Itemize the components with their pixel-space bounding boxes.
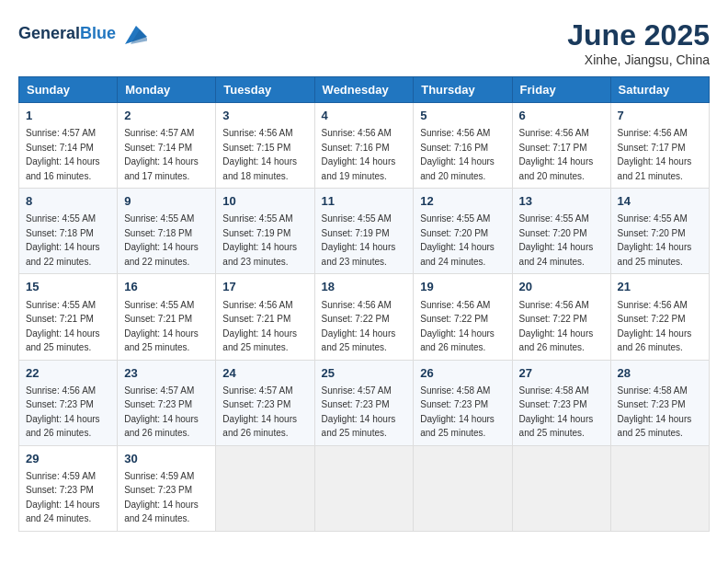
day-info: Sunrise: 4:59 AMSunset: 7:23 PMDaylight:…	[26, 471, 100, 524]
month-title: June 2025	[567, 18, 710, 52]
day-info: Sunrise: 4:57 AMSunset: 7:23 PMDaylight:…	[222, 385, 297, 439]
calendar-day-cell: 9 Sunrise: 4:55 AMSunset: 7:18 PMDayligh…	[118, 189, 216, 274]
day-info: Sunrise: 4:55 AMSunset: 7:21 PMDaylight:…	[124, 300, 199, 353]
day-number: 3	[222, 108, 307, 124]
day-info: Sunrise: 4:56 AMSunset: 7:21 PMDaylight:…	[222, 300, 297, 353]
calendar-header-wednesday: Wednesday	[314, 77, 414, 103]
day-info: Sunrise: 4:57 AMSunset: 7:14 PMDaylight:…	[26, 128, 100, 181]
location-title: Xinhe, Jiangsu, China	[567, 52, 710, 67]
day-info: Sunrise: 4:56 AMSunset: 7:22 PMDaylight:…	[322, 300, 396, 353]
logo-blue-text: Blue	[80, 24, 116, 42]
calendar-day-cell: 2 Sunrise: 4:57 AMSunset: 7:14 PMDayligh…	[118, 103, 216, 189]
day-number: 1	[26, 108, 110, 124]
calendar-day-cell: 3 Sunrise: 4:56 AMSunset: 7:15 PMDayligh…	[216, 103, 314, 189]
day-number: 30	[124, 451, 209, 467]
day-number: 13	[519, 193, 604, 210]
day-number: 24	[222, 365, 307, 382]
day-info: Sunrise: 4:55 AMSunset: 7:20 PMDaylight:…	[618, 213, 692, 267]
day-number: 18	[322, 279, 407, 295]
day-info: Sunrise: 4:58 AMSunset: 7:23 PMDaylight:…	[618, 385, 692, 439]
calendar-day-cell	[216, 445, 314, 531]
day-number: 7	[618, 108, 702, 124]
calendar-day-cell: 17 Sunrise: 4:56 AMSunset: 7:21 PMDaylig…	[216, 274, 314, 360]
calendar-header-row: SundayMondayTuesdayWednesdayThursdayFrid…	[19, 77, 710, 103]
day-number: 10	[222, 193, 307, 210]
calendar-day-cell: 7 Sunrise: 4:56 AMSunset: 7:17 PMDayligh…	[610, 103, 709, 189]
day-number: 20	[519, 279, 604, 295]
calendar-day-cell	[414, 445, 512, 531]
day-info: Sunrise: 4:55 AMSunset: 7:21 PMDaylight:…	[26, 300, 100, 353]
day-number: 26	[420, 365, 505, 382]
calendar-header-tuesday: Tuesday	[216, 77, 314, 103]
day-info: Sunrise: 4:56 AMSunset: 7:22 PMDaylight:…	[618, 300, 692, 353]
day-info: Sunrise: 4:55 AMSunset: 7:18 PMDaylight:…	[26, 213, 100, 267]
day-info: Sunrise: 4:56 AMSunset: 7:16 PMDaylight:…	[420, 128, 495, 181]
day-number: 25	[322, 365, 407, 382]
calendar-week-row: 29 Sunrise: 4:59 AMSunset: 7:23 PMDaylig…	[19, 445, 710, 531]
day-number: 22	[26, 365, 110, 382]
day-number: 9	[124, 193, 209, 210]
calendar-day-cell: 29 Sunrise: 4:59 AMSunset: 7:23 PMDaylig…	[19, 445, 118, 531]
calendar-day-cell: 13 Sunrise: 4:55 AMSunset: 7:20 PMDaylig…	[512, 189, 610, 274]
calendar-day-cell: 14 Sunrise: 4:55 AMSunset: 7:20 PMDaylig…	[610, 189, 709, 274]
calendar-header-monday: Monday	[118, 77, 216, 103]
logo-general-text: General	[18, 24, 80, 42]
day-info: Sunrise: 4:58 AMSunset: 7:23 PMDaylight:…	[519, 385, 594, 439]
calendar-table: SundayMondayTuesdayWednesdayThursdayFrid…	[18, 76, 710, 532]
calendar-day-cell: 12 Sunrise: 4:55 AMSunset: 7:20 PMDaylig…	[414, 189, 512, 274]
day-number: 23	[124, 365, 209, 382]
calendar-day-cell: 4 Sunrise: 4:56 AMSunset: 7:16 PMDayligh…	[314, 103, 414, 189]
day-number: 17	[222, 279, 307, 295]
day-number: 14	[618, 193, 702, 210]
day-number: 21	[618, 279, 702, 295]
calendar-day-cell: 28 Sunrise: 4:58 AMSunset: 7:23 PMDaylig…	[610, 360, 709, 445]
calendar-day-cell: 30 Sunrise: 4:59 AMSunset: 7:23 PMDaylig…	[118, 445, 216, 531]
day-number: 19	[420, 279, 505, 295]
calendar-week-row: 1 Sunrise: 4:57 AMSunset: 7:14 PMDayligh…	[19, 103, 710, 189]
day-info: Sunrise: 4:55 AMSunset: 7:18 PMDaylight:…	[124, 213, 199, 267]
day-info: Sunrise: 4:59 AMSunset: 7:23 PMDaylight:…	[124, 471, 199, 524]
calendar-header-friday: Friday	[512, 77, 610, 103]
day-number: 29	[26, 451, 110, 467]
day-info: Sunrise: 4:56 AMSunset: 7:15 PMDaylight:…	[222, 128, 297, 181]
calendar-header-thursday: Thursday	[414, 77, 512, 103]
calendar-day-cell: 23 Sunrise: 4:57 AMSunset: 7:23 PMDaylig…	[118, 360, 216, 445]
day-info: Sunrise: 4:57 AMSunset: 7:23 PMDaylight:…	[124, 385, 199, 439]
day-number: 4	[322, 108, 407, 124]
calendar-day-cell: 11 Sunrise: 4:55 AMSunset: 7:19 PMDaylig…	[314, 189, 414, 274]
day-number: 8	[26, 193, 110, 210]
day-info: Sunrise: 4:55 AMSunset: 7:19 PMDaylight:…	[322, 213, 396, 267]
day-info: Sunrise: 4:55 AMSunset: 7:19 PMDaylight:…	[222, 213, 297, 267]
day-number: 11	[322, 193, 407, 210]
logo: GeneralBlue	[18, 18, 147, 48]
day-info: Sunrise: 4:55 AMSunset: 7:20 PMDaylight:…	[420, 213, 495, 267]
calendar-day-cell: 26 Sunrise: 4:58 AMSunset: 7:23 PMDaylig…	[414, 360, 512, 445]
day-info: Sunrise: 4:55 AMSunset: 7:20 PMDaylight:…	[519, 213, 594, 267]
day-number: 16	[124, 279, 209, 295]
calendar-day-cell: 1 Sunrise: 4:57 AMSunset: 7:14 PMDayligh…	[19, 103, 118, 189]
calendar-day-cell	[610, 445, 709, 531]
day-number: 27	[519, 365, 604, 382]
calendar-day-cell: 25 Sunrise: 4:57 AMSunset: 7:23 PMDaylig…	[314, 360, 414, 445]
day-info: Sunrise: 4:57 AMSunset: 7:23 PMDaylight:…	[322, 385, 396, 439]
calendar-day-cell: 16 Sunrise: 4:55 AMSunset: 7:21 PMDaylig…	[118, 274, 216, 360]
day-number: 5	[420, 108, 505, 124]
day-number: 6	[519, 108, 604, 124]
calendar-day-cell: 10 Sunrise: 4:55 AMSunset: 7:19 PMDaylig…	[216, 189, 314, 274]
page-header: GeneralBlue June 2025 Xinhe, Jiangsu, Ch…	[18, 18, 710, 67]
day-number: 15	[26, 279, 110, 295]
calendar-day-cell: 22 Sunrise: 4:56 AMSunset: 7:23 PMDaylig…	[19, 360, 118, 445]
calendar-week-row: 15 Sunrise: 4:55 AMSunset: 7:21 PMDaylig…	[19, 274, 710, 360]
calendar-header-saturday: Saturday	[610, 77, 709, 103]
calendar-header-sunday: Sunday	[19, 77, 118, 103]
calendar-day-cell: 5 Sunrise: 4:56 AMSunset: 7:16 PMDayligh…	[414, 103, 512, 189]
day-info: Sunrise: 4:56 AMSunset: 7:16 PMDaylight:…	[322, 128, 396, 181]
day-info: Sunrise: 4:58 AMSunset: 7:23 PMDaylight:…	[420, 385, 495, 439]
day-number: 12	[420, 193, 505, 210]
day-info: Sunrise: 4:57 AMSunset: 7:14 PMDaylight:…	[124, 128, 199, 181]
day-info: Sunrise: 4:56 AMSunset: 7:22 PMDaylight:…	[420, 300, 495, 353]
logo-icon	[118, 18, 147, 48]
day-number: 28	[618, 365, 702, 382]
calendar-day-cell: 19 Sunrise: 4:56 AMSunset: 7:22 PMDaylig…	[414, 274, 512, 360]
day-info: Sunrise: 4:56 AMSunset: 7:23 PMDaylight:…	[26, 385, 100, 439]
